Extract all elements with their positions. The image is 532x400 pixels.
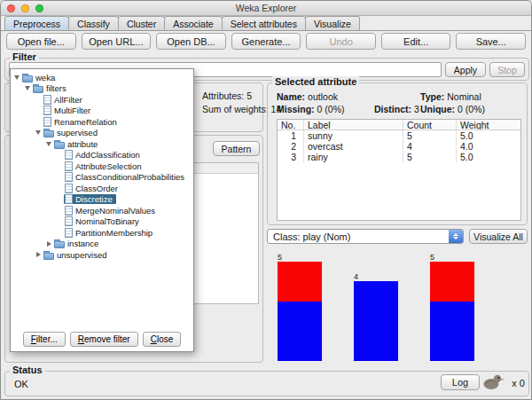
collapse-toggle-icon[interactable] <box>34 130 43 135</box>
bar-segment-blue <box>354 281 398 361</box>
edit-button[interactable]: Edit... <box>381 33 451 50</box>
apply-filter-button[interactable]: Apply <box>445 62 486 77</box>
histogram-bar-overcast: 4 <box>354 272 398 361</box>
header-label: Label <box>304 120 403 129</box>
cell-no: 3 <box>278 152 304 162</box>
tab-preprocess[interactable]: Preprocess <box>4 16 69 30</box>
window-title: Weka Explorer <box>236 3 297 13</box>
cell-weight: 4.0 <box>457 141 520 152</box>
weka-bird-icon <box>482 373 505 392</box>
tree-item-AttributeSelection[interactable]: AttributeSelection <box>11 161 193 172</box>
open-file-button[interactable]: Open file... <box>6 33 76 50</box>
tree-node: NominalToBinary <box>64 216 143 226</box>
expand-toggle-icon[interactable] <box>34 252 43 257</box>
tree-node: AddClassification <box>64 150 144 160</box>
tree-item-MergeNominalValues[interactable]: MergeNominalValues <box>11 205 193 216</box>
open-db-button[interactable]: Open DB... <box>156 33 226 50</box>
folder-icon <box>43 130 54 137</box>
save-button[interactable]: Save... <box>456 33 526 50</box>
attribute-unique: Unique:0 (0%) <box>420 104 485 114</box>
bar-count-label: 5 <box>278 253 282 262</box>
tab-select-attributes[interactable]: Select attributes <box>222 16 306 30</box>
tree-item-label: AddClassification <box>75 150 140 160</box>
expand-toggle-icon[interactable] <box>44 241 53 247</box>
table-row[interactable]: 2 overcast 4 4.0 <box>278 141 520 152</box>
popup-filter-button[interactable]: Filter... <box>23 332 66 347</box>
cell-weight: 5.0 <box>457 130 520 141</box>
minimize-button[interactable] <box>21 4 29 12</box>
table-row[interactable]: 1 sunny 5 5.0 <box>278 130 520 141</box>
tab-classify[interactable]: Classify <box>68 16 119 30</box>
tab-cluster[interactable]: Cluster <box>118 16 165 30</box>
tree-item-MultiFilter[interactable]: MultiFilter <box>11 106 193 117</box>
tree-item-label: ClassConditionalProbabilities <box>75 172 184 182</box>
class-selector-value: Class: play (Nom) <box>268 231 449 242</box>
attribute-stats-table: No. Label Count Weight 1 sunny 5 5.0 2 o… <box>277 119 521 221</box>
status-message: OK <box>14 379 28 389</box>
folder-icon <box>33 86 43 93</box>
folder-icon <box>54 241 65 248</box>
distinct-label: Distinct: <box>374 104 411 114</box>
tab-associate[interactable]: Associate <box>164 16 223 30</box>
tree-item-label: AttributeSelection <box>75 161 141 171</box>
attribute-name: Name:outlook <box>277 91 338 102</box>
tree-node: filters <box>32 83 70 93</box>
tree-item-label: PartitionMembership <box>75 228 153 238</box>
tree-item-label: unsupervised <box>57 250 107 260</box>
tree-item-supervised[interactable]: supervised <box>11 128 193 139</box>
class-selector-combo[interactable]: Class: play (Nom) <box>267 229 464 244</box>
table-row[interactable]: 3 rainy 5 5.0 <box>278 152 520 162</box>
weka-counter: x 0 <box>512 378 525 388</box>
tree-node: RenameRelation <box>43 117 121 127</box>
tree-item-attribute[interactable]: attribute <box>11 138 193 150</box>
combo-dropdown-icon[interactable] <box>449 230 463 243</box>
collapse-toggle-icon[interactable] <box>44 142 53 146</box>
generate-button[interactable]: Generate... <box>231 33 301 50</box>
bar-segment-red <box>430 262 474 302</box>
cell-label: rainy <box>304 152 403 162</box>
zoom-button[interactable] <box>35 4 43 12</box>
histogram-bar-rainy: 5 <box>430 253 474 361</box>
tree-item-ClassConditionalProbabilities[interactable]: ClassConditionalProbabilities <box>11 172 193 184</box>
document-icon <box>43 117 51 127</box>
document-icon <box>65 206 73 216</box>
tree-item-RenameRelation[interactable]: RenameRelation <box>11 116 193 128</box>
type-label: Type: <box>420 91 444 102</box>
tree-node: weka <box>21 73 59 82</box>
tree-item-AllFilter[interactable]: AllFilter <box>11 94 193 106</box>
document-icon <box>65 184 73 193</box>
tab-visualize[interactable]: Visualize <box>305 16 360 30</box>
open-url-button[interactable]: Open URL... <box>82 33 152 50</box>
tree-item-filters[interactable]: filters <box>11 83 193 95</box>
popup-close-button[interactable]: Close <box>143 332 182 347</box>
tree-node: PartitionMembership <box>64 228 156 238</box>
close-button[interactable] <box>7 4 15 12</box>
tree-item-Discretize[interactable]: Discretize <box>11 194 193 206</box>
name-label: Name: <box>277 91 305 102</box>
visualize-all-button[interactable]: Visualize All <box>469 229 528 244</box>
unique-label: Unique: <box>420 104 455 114</box>
popup-remove-filter-button[interactable]: Remove filter <box>70 332 138 347</box>
collapse-toggle-icon[interactable] <box>12 75 21 80</box>
log-button[interactable]: Log <box>441 374 480 390</box>
pattern-button[interactable]: Pattern <box>213 141 260 156</box>
tree-item-ClassOrder[interactable]: ClassOrder <box>11 183 193 194</box>
document-icon <box>65 216 73 226</box>
tree-item-AddClassification[interactable]: AddClassification <box>11 150 193 161</box>
header-count: Count <box>403 120 457 129</box>
document-icon <box>65 172 73 182</box>
distinct-value: 3 <box>414 104 419 114</box>
document-icon <box>43 106 51 115</box>
collapse-toggle-icon[interactable] <box>23 86 32 90</box>
tree-node: AttributeSelection <box>64 161 145 171</box>
tree-item-PartitionMembership[interactable]: PartitionMembership <box>11 227 193 239</box>
bar-count-label: 4 <box>354 272 358 281</box>
tree-item-instance[interactable]: instance <box>11 239 193 250</box>
tree-item-NominalToBinary[interactable]: NominalToBinary <box>11 216 193 228</box>
tree-item-weka[interactable]: weka <box>11 72 193 83</box>
title-bar: Weka Explorer <box>1 1 531 16</box>
tree-item-label: AllFilter <box>54 95 82 105</box>
document-icon <box>65 150 73 160</box>
tree-item-unsupervised[interactable]: unsupervised <box>11 249 193 261</box>
table-header-row: No. Label Count Weight <box>278 120 520 130</box>
